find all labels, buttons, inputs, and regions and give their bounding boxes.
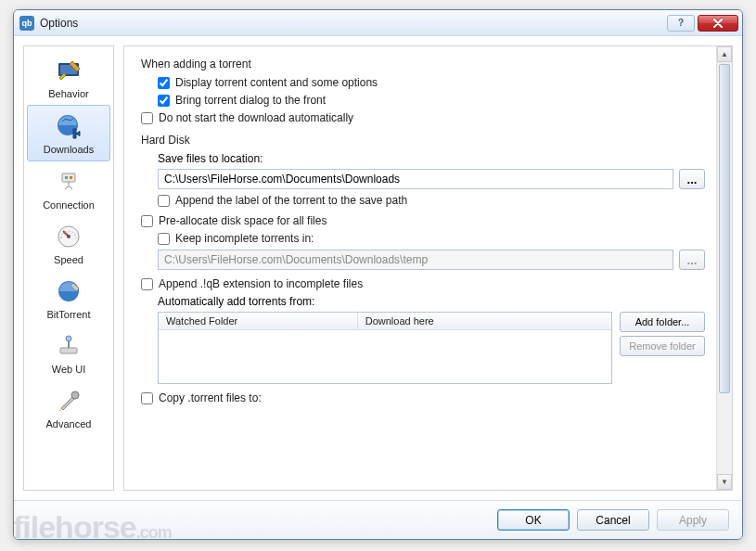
sidebar-item-label: BitTorrent [46, 309, 90, 320]
display-content-label: Display torrent content and some options [175, 76, 378, 89]
sidebar-item-webui[interactable]: Web UI [24, 326, 113, 380]
table-header-watched-folder[interactable]: Watched Folder [159, 313, 358, 329]
svg-rect-5 [70, 176, 72, 179]
incomplete-path-input [158, 250, 673, 270]
sidebar-item-label: Advanced [46, 418, 92, 429]
svg-point-11 [66, 336, 71, 341]
bring-front-checkbox[interactable] [158, 95, 170, 107]
title-bar: qb Options ? [14, 10, 742, 36]
sidebar-item-connection[interactable]: Connection [24, 161, 113, 216]
group-adding-torrent: When adding a torrent [141, 58, 705, 70]
ok-button[interactable]: OK [497, 509, 570, 531]
sidebar-item-label: Downloads [44, 144, 94, 155]
downloads-icon [54, 111, 83, 141]
append-label-label: Append the label of the torrent to the s… [175, 194, 407, 207]
help-button[interactable]: ? [667, 15, 695, 32]
apply-button: Apply [657, 509, 729, 531]
table-header-download-here[interactable]: Download here [358, 313, 611, 329]
scroll-down-arrow[interactable]: ▼ [717, 474, 732, 490]
save-location-input[interactable] [158, 169, 673, 189]
cancel-button[interactable]: Cancel [577, 509, 649, 531]
sidebar-item-bittorrent[interactable]: BitTorrent [24, 271, 113, 326]
copy-torrent-checkbox[interactable] [141, 392, 153, 404]
advanced-icon [54, 386, 83, 416]
append-qb-label: Append .!qB extension to incomplete file… [159, 277, 363, 290]
watched-folders-table[interactable]: Watched Folder Download here [158, 312, 612, 384]
no-autostart-checkbox[interactable] [141, 112, 153, 124]
no-autostart-label: Do not start the download automatically [159, 111, 353, 124]
vertical-scrollbar[interactable]: ▲ ▼ [716, 46, 732, 490]
sidebar-item-behavior[interactable]: Behavior [24, 50, 113, 105]
append-label-checkbox[interactable] [158, 195, 170, 207]
speed-icon [54, 222, 83, 251]
display-content-checkbox[interactable] [158, 77, 170, 89]
append-qb-checkbox[interactable] [141, 278, 153, 290]
connection-icon [54, 167, 83, 197]
scroll-thumb[interactable] [719, 64, 730, 393]
sidebar-item-label: Web UI [52, 364, 85, 375]
preallocate-checkbox[interactable] [141, 215, 153, 227]
svg-rect-4 [65, 176, 68, 179]
dialog-footer: OK Cancel Apply [14, 500, 742, 539]
svg-point-7 [67, 235, 70, 238]
close-button[interactable] [698, 15, 738, 32]
sidebar-item-downloads[interactable]: Downloads [27, 105, 110, 161]
scroll-up-arrow[interactable]: ▲ [717, 46, 732, 62]
category-sidebar: Behavior Downloads Connection Speed [23, 45, 114, 491]
keep-incomplete-label: Keep incomplete torrents in: [175, 232, 314, 245]
settings-panel: When adding a torrent Display torrent co… [123, 45, 733, 491]
sidebar-item-label: Behavior [48, 88, 88, 99]
browse-save-location-button[interactable]: ... [679, 169, 705, 189]
browse-incomplete-button: ... [679, 250, 705, 270]
preallocate-label: Pre-allocate disk space for all files [159, 214, 327, 227]
sidebar-item-speed[interactable]: Speed [24, 216, 113, 271]
auto-add-label: Automatically add torrents from: [158, 295, 705, 308]
sidebar-item-label: Connection [43, 199, 95, 211]
window-title: Options [40, 17, 667, 30]
remove-folder-button: Remove folder [620, 336, 705, 356]
bittorrent-icon [54, 276, 83, 306]
keep-incomplete-checkbox[interactable] [158, 233, 170, 245]
group-hard-disk: Hard Disk [141, 134, 705, 147]
copy-torrent-label: Copy .torrent files to: [159, 391, 262, 404]
bring-front-label: Bring torrent dialog to the front [175, 94, 326, 107]
behavior-icon [54, 56, 83, 85]
svg-rect-3 [62, 173, 75, 182]
sidebar-item-label: Speed [54, 254, 83, 265]
add-folder-button[interactable]: Add folder... [620, 312, 705, 332]
app-icon: qb [19, 16, 34, 31]
svg-point-12 [71, 391, 79, 399]
webui-icon [54, 331, 83, 361]
svg-rect-9 [60, 348, 77, 353]
options-dialog: qb Options ? Behavior Downloads [13, 9, 743, 540]
save-location-label: Save files to location: [158, 152, 705, 165]
sidebar-item-advanced[interactable]: Advanced [24, 380, 113, 435]
